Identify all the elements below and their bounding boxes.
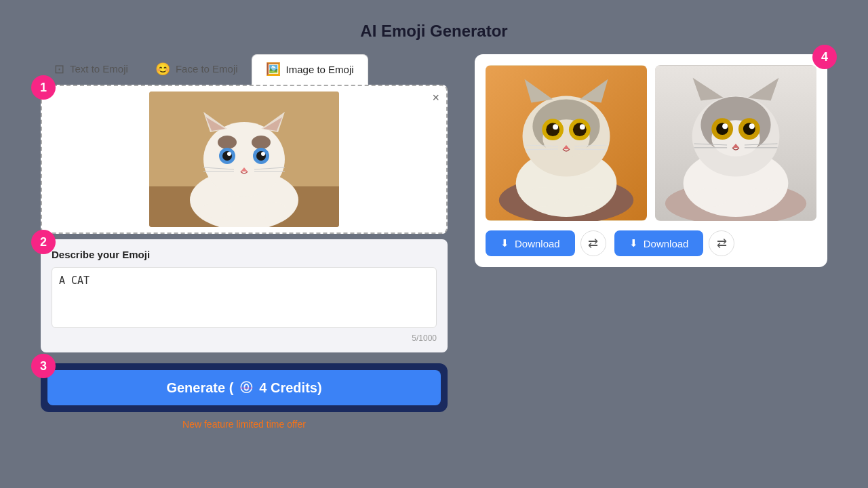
cat-image-svg (149, 92, 339, 227)
download-button-2[interactable]: ⬇ Download (614, 230, 704, 256)
svg-point-27 (573, 187, 607, 206)
new-feature-text: New feature limited time offer (41, 419, 448, 430)
svg-point-47 (693, 188, 728, 207)
svg-point-37 (553, 124, 558, 129)
new-feature-static: New feature (182, 419, 233, 430)
describe-textarea[interactable]: A CAT (52, 267, 437, 328)
action-group-2: ⬇ Download ⇄ (614, 230, 735, 256)
left-panel: ⊡ Text to Emoji 😊 Face to Emoji 🖼️ Image… (41, 54, 448, 430)
right-panel: 4 (475, 54, 827, 267)
step-3-badge: 3 (31, 354, 56, 378)
svg-point-16 (227, 152, 231, 156)
result-actions: ⬇ Download ⇄ ⬇ Download ⇄ (486, 230, 816, 256)
tab-text-label: Text to Emoji (70, 63, 128, 75)
download-label-2: Download (644, 238, 689, 249)
close-upload-button[interactable]: × (432, 92, 439, 104)
result-image-2 (655, 65, 816, 221)
action-group-1: ⬇ Download ⇄ (486, 230, 606, 256)
svg-point-36 (573, 123, 587, 136)
tabs-bar: ⊡ Text to Emoji 😊 Face to Emoji 🖼️ Image… (41, 54, 448, 85)
share-button-2[interactable]: ⇄ (709, 230, 734, 256)
step-4-badge: 4 (812, 45, 837, 69)
text-icon: ⊡ (54, 62, 64, 77)
uploaded-image (149, 92, 339, 227)
download-label-1: Download (515, 238, 560, 249)
svg-point-59 (749, 123, 755, 129)
tab-text-to-emoji[interactable]: ⊡ Text to Emoji (41, 54, 142, 85)
svg-point-10 (218, 136, 237, 149)
share-icon-2: ⇄ (717, 236, 727, 251)
describe-section-wrapper: 2 Describe your Emoji A CAT 5/1000 (41, 239, 448, 352)
generate-wrapper: 3 Generate ( ⓪ 4 Credits) New feature li… (41, 363, 448, 430)
download-button-1[interactable]: ⬇ Download (486, 230, 575, 256)
download-icon-1: ⬇ (500, 237, 509, 249)
generate-label: Generate ( (166, 380, 233, 396)
credit-icon: ⓪ (240, 380, 252, 396)
generate-button[interactable]: Generate ( ⓪ 4 Credits) (47, 370, 441, 405)
tab-face-to-emoji[interactable]: 😊 Face to Emoji (142, 54, 252, 85)
credits-label: 4 Credits) (259, 380, 321, 396)
svg-point-17 (261, 152, 265, 156)
result-image-1 (486, 65, 647, 221)
download-icon-2: ⬇ (629, 237, 638, 249)
svg-point-38 (580, 124, 585, 129)
svg-point-48 (744, 188, 779, 207)
results-images (486, 65, 816, 221)
step-1-badge: 1 (31, 75, 56, 100)
svg-point-5 (203, 122, 285, 197)
svg-point-35 (546, 123, 559, 136)
upload-area[interactable]: × (41, 85, 448, 234)
tab-face-label: Face to Emoji (176, 63, 238, 75)
svg-point-3 (202, 202, 232, 218)
describe-label: Describe your Emoji (52, 249, 437, 260)
generate-outer: Generate ( ⓪ 4 Credits) (41, 363, 448, 412)
image-icon: 🖼️ (266, 62, 281, 77)
describe-section: Describe your Emoji A CAT 5/1000 (41, 239, 448, 352)
svg-point-26 (526, 187, 560, 206)
share-icon-1: ⇄ (588, 236, 598, 251)
results-card: ⬇ Download ⇄ ⬇ Download ⇄ (475, 54, 827, 267)
step-2-badge: 2 (31, 230, 56, 254)
svg-point-4 (256, 202, 286, 218)
char-count: 5/1000 (52, 333, 437, 343)
limited-time-offer-link[interactable]: limited time offer (236, 419, 305, 430)
page-title: AI Emoji Generator (360, 22, 507, 41)
tab-image-label: Image to Emoji (286, 64, 354, 75)
upload-section-wrapper: 1 (41, 85, 448, 234)
face-icon: 😊 (155, 62, 170, 77)
svg-point-11 (252, 136, 271, 149)
result-cat-svg-1 (486, 65, 647, 221)
svg-point-58 (722, 123, 728, 129)
result-cat-svg-2 (655, 65, 816, 221)
results-wrapper: 4 (475, 54, 827, 267)
tab-image-to-emoji[interactable]: 🖼️ Image to Emoji (252, 54, 368, 85)
share-button-1[interactable]: ⇄ (580, 230, 606, 256)
